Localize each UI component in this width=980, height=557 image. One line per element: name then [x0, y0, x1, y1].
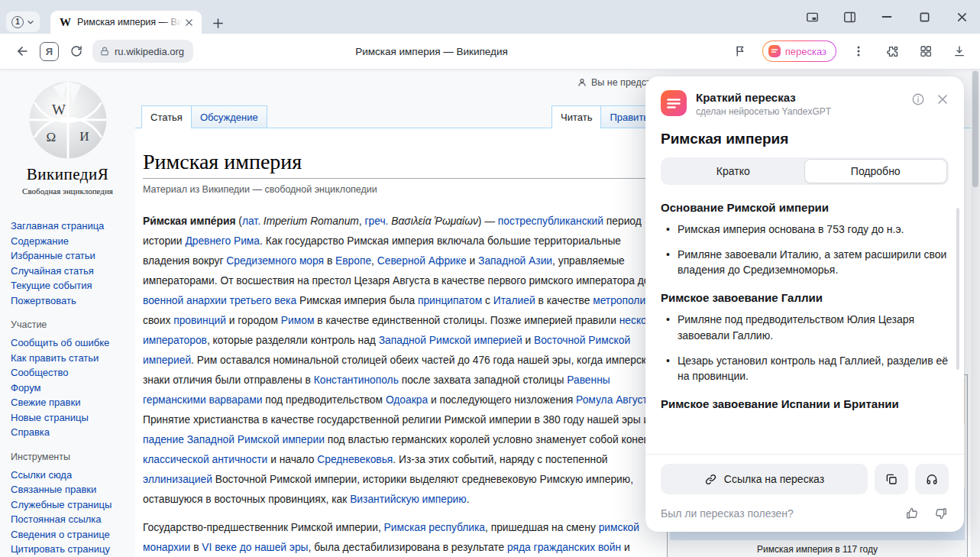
sidebar-link[interactable]: Случайная статья — [11, 264, 131, 279]
wiki-tab-left-0[interactable]: Статья — [141, 105, 192, 128]
article-link[interactable]: Западной Римской империей — [379, 335, 522, 346]
sidebar-link[interactable]: Постоянная ссылка — [11, 512, 131, 527]
article-link[interactable]: Константинополь — [314, 374, 399, 386]
article-text: под предводительством — [262, 394, 385, 406]
yandex-button[interactable]: Я — [40, 42, 59, 61]
wiki-tab-left-1[interactable]: Обсуждение — [191, 105, 267, 128]
sidebar-link[interactable]: Форум — [11, 381, 131, 396]
article-text: в — [324, 255, 335, 267]
article-link[interactable]: эллинизацией — [143, 474, 212, 485]
summary-bullet: •Цезарь установил контроль над Галлией, … — [661, 353, 949, 384]
collections-icon[interactable] — [914, 40, 937, 63]
article-link[interactable]: Средиземного моря — [226, 255, 324, 267]
article-link[interactable]: Италией — [493, 295, 535, 306]
summary-popup: Краткий пересказ сделан нейросетью Yande… — [645, 76, 964, 532]
menu-kebab-icon[interactable] — [847, 40, 870, 63]
wikipedia-wordmark: ВикипедиЯ — [0, 165, 135, 184]
wikipedia-tagline: Свободная энциклопедия — [0, 186, 135, 196]
thumb-down-icon[interactable] — [933, 506, 949, 521]
article-link[interactable]: Древнего Рима — [185, 235, 260, 247]
article-text: и городом — [226, 315, 281, 326]
close-icon[interactable] — [935, 92, 950, 107]
article-link[interactable]: германскими варварами — [143, 394, 262, 406]
article-link[interactable]: постреспубликанский — [498, 215, 603, 227]
sidebar-nav: Заглавная страницаСодержаниеИзбранные ст… — [0, 196, 135, 557]
reload-button[interactable] — [65, 40, 88, 63]
article-link[interactable]: Северной Африке — [377, 255, 467, 267]
article-link[interactable]: греч. — [364, 215, 388, 227]
article-link[interactable]: военной анархии третьего века — [143, 295, 296, 306]
minimize-button[interactable] — [879, 9, 894, 24]
article-text: с — [482, 295, 493, 306]
sidebar-link[interactable]: Справка — [11, 425, 131, 440]
tab-counter[interactable]: 1 — [6, 11, 40, 32]
article-text: Римская империя была — [296, 295, 418, 306]
sidebar-link[interactable]: Заглавная страница — [11, 219, 131, 234]
article-link[interactable]: лат. — [242, 215, 260, 227]
article-text: Государство-предшественник Римской импер… — [143, 522, 384, 533]
article-link[interactable]: Одоакра — [386, 394, 428, 406]
browser-tab[interactable]: W Римская империя — Википедия — [50, 11, 202, 34]
browser-toolbar: Я ru.wikipedia.org Римская империя — Вик… — [0, 34, 980, 69]
info-icon[interactable] — [910, 92, 926, 107]
article-text: и — [621, 542, 630, 553]
address-bar[interactable]: ru.wikipedia.org — [92, 40, 193, 63]
article-link[interactable]: Западной Азии — [478, 255, 552, 267]
summary-tab-1[interactable]: Подробно — [804, 159, 948, 183]
listen-button[interactable] — [915, 464, 949, 494]
article-link[interactable]: VI веке до нашей эры — [202, 542, 308, 553]
sidebar-link[interactable]: Сообщить об ошибке — [11, 335, 131, 351]
sidebar-link[interactable]: Избранные статьи — [11, 248, 131, 264]
new-tab-button[interactable] — [208, 13, 228, 33]
bookmark-flag-icon[interactable] — [729, 40, 752, 63]
article-link[interactable]: ряда гражданских войн — [507, 542, 621, 553]
popup-scrollbar[interactable] — [956, 208, 959, 370]
summary-link-button[interactable]: Ссылка на пересказ — [661, 464, 868, 494]
sidebar-link[interactable]: Служебные страницы — [11, 497, 131, 513]
article-text: . — [467, 494, 470, 505]
extensions-puzzle-icon[interactable] — [881, 40, 904, 63]
sidebar-link[interactable]: Пожертвовать — [11, 293, 131, 309]
sidebar-link[interactable]: Цитировать страницу — [11, 542, 131, 557]
summary-tab-0[interactable]: Кратко — [662, 159, 804, 183]
article-link[interactable]: Средневековья — [317, 454, 393, 465]
article-text: и — [467, 255, 478, 267]
retell-button[interactable]: пересказ — [762, 40, 836, 62]
window-controls — [804, 0, 969, 34]
sidebar-link[interactable]: Новые страницы — [11, 410, 131, 426]
article-text: Βασιλεία Ῥωμαίων — [391, 215, 478, 227]
article-link[interactable]: падение Западной Римской империи — [143, 434, 325, 445]
article-text: ( — [236, 215, 242, 227]
sidebar-link[interactable]: Как править статьи — [11, 351, 131, 366]
copy-button[interactable] — [875, 464, 908, 494]
article-link[interactable]: Римом — [281, 315, 315, 326]
scrollbar-thumb[interactable] — [972, 71, 978, 187]
article-link[interactable]: принципатом — [418, 295, 482, 306]
tab-close-button[interactable] — [182, 15, 196, 29]
close-window-button[interactable] — [954, 9, 969, 24]
article-link[interactable]: Равенны — [567, 374, 610, 386]
summary-section-heading: Римское завоевание Галлии — [661, 291, 949, 304]
sidebar-link[interactable]: Свежие правки — [11, 395, 131, 410]
article-link[interactable]: Византийскую империю — [350, 494, 467, 505]
sidebar-link[interactable]: Связанные правки — [11, 482, 131, 497]
sidebar-link[interactable]: Содержание — [11, 234, 131, 249]
downloads-icon[interactable] — [948, 40, 971, 63]
dock-panel-icon[interactable] — [804, 9, 820, 24]
article-link[interactable]: метрополии — [593, 295, 652, 306]
sidebar-link[interactable]: Ссылки сюда — [11, 468, 131, 483]
sidebar-link[interactable]: Сведения о странице — [11, 527, 131, 542]
sidebar-panel-icon[interactable] — [842, 9, 857, 24]
browser-scrollbar[interactable] — [971, 69, 980, 557]
bullet-text: Римская империя основана в 753 году до н… — [678, 222, 904, 238]
article-link[interactable]: Европе — [335, 255, 371, 267]
sidebar-link[interactable]: Сообщество — [11, 365, 131, 381]
maximize-button[interactable] — [917, 9, 932, 24]
article-link[interactable]: Римская республика — [384, 522, 485, 533]
sidebar-link[interactable]: Текущие события — [11, 278, 131, 293]
back-button[interactable] — [11, 40, 34, 63]
article-link[interactable]: провинций — [173, 315, 226, 326]
wiki-tab-right-0[interactable]: Читать — [551, 105, 601, 128]
thumb-up-icon[interactable] — [904, 506, 920, 521]
article-link[interactable]: классической античности — [143, 454, 267, 465]
